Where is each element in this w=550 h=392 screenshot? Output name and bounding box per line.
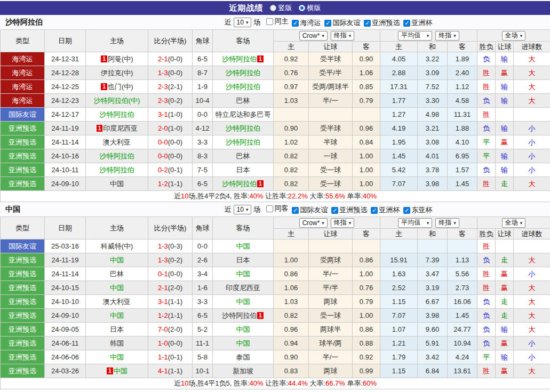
halftime-score: (1-1)	[168, 367, 182, 375]
checkbox-unchecked-icon[interactable]	[266, 18, 273, 25]
checkbox-unchecked-icon[interactable]	[266, 205, 273, 212]
home-team-name: 澳大利亚	[103, 298, 131, 306]
chevron-down-icon: ▾	[520, 33, 523, 38]
home-team-cell: 1也门(中)	[86, 80, 148, 94]
checkbox-checked-icon[interactable]: ✓	[371, 207, 378, 214]
filter-checkbox[interactable]: 同客	[266, 204, 288, 213]
match-count-select[interactable]: 10▾	[234, 205, 252, 214]
handicap-line: 半球	[309, 135, 353, 149]
odds-time-select[interactable]: 终指▾	[331, 218, 355, 228]
score-cell: 1-3(0-0)	[148, 66, 193, 80]
competition-type-badge: 海湾运	[1, 52, 45, 66]
chevron-down-icon: ▾	[246, 20, 249, 25]
match-count-select[interactable]: 10▾	[234, 18, 252, 27]
home-team-name: 沙特阿拉伯(中)	[94, 97, 140, 105]
handicap-line: 一球	[309, 149, 353, 163]
filter-checkbox[interactable]: ✓亚洲杯	[371, 205, 400, 215]
avg-source-select[interactable]: 平均值 ▾	[398, 218, 432, 228]
result-goals: 大	[514, 94, 550, 108]
avg-time-select[interactable]: 终指▾	[435, 218, 459, 228]
fulltime-score: 2-1	[158, 284, 168, 292]
result-handicap: 走	[496, 309, 514, 323]
checkbox-checked-icon[interactable]: ✓	[403, 207, 410, 214]
filter-checkbox[interactable]: ✓亚洲预选	[364, 18, 400, 28]
summary-text-part: 10	[181, 379, 188, 387]
handicap-away-odds: 0.96	[353, 122, 380, 135]
summary-text-part: 44.4%	[288, 379, 308, 387]
handicap-away-odds: 0.79	[353, 94, 380, 108]
col-header-home: 主场	[86, 217, 148, 239]
match-scope-value: 全场	[505, 31, 518, 40]
avg-time-select[interactable]: 终指▾	[435, 31, 459, 41]
away-red-card-badge: 1	[257, 180, 264, 187]
col-header-corner: 角球	[193, 217, 213, 239]
match-row: 亚洲预选 24-11-14 巴林 0-1(0-0) 3-4 中国 0.86 半/…	[1, 267, 550, 281]
checkbox-checked-icon[interactable]: ✓	[364, 20, 371, 27]
filter-checkbox[interactable]: 同主	[266, 17, 288, 26]
match-date: 24-11-19	[45, 122, 86, 135]
odds-selects-cell: Crow*▾ 终指▾	[274, 217, 380, 229]
avg-away-odds: 4.10	[448, 135, 477, 149]
filter-checkbox[interactable]: ✓海湾运	[292, 18, 321, 28]
result-goals: 小	[514, 163, 550, 177]
checkbox-checked-icon[interactable]: ✓	[292, 20, 299, 27]
fulltime-score: 2-3	[158, 83, 168, 91]
handicap-line: 球半/两	[309, 337, 353, 350]
filter-checkbox-label: 同客	[274, 204, 288, 213]
filter-checkbox[interactable]: ✓亚洲杯	[403, 18, 432, 28]
away-team-cell: 沙特阿拉伯	[213, 66, 274, 80]
handicap-home-odds: 1.02	[274, 135, 309, 149]
result-handicap: 走	[496, 295, 514, 309]
odds-time-select[interactable]: 终指▾	[331, 31, 355, 41]
handicap-home-odds: 0.83	[274, 364, 309, 378]
match-row: 亚洲预选 24-11-19 中国 1-3(0-2) 2-6 日本 1.00 受两…	[1, 253, 550, 267]
odds-company-select[interactable]: Crow*▾	[299, 31, 328, 41]
checkbox-checked-icon[interactable]: ✓	[324, 20, 331, 27]
checkbox-checked-icon[interactable]: ✓	[331, 207, 338, 214]
radio-icon[interactable]	[299, 5, 305, 11]
checkbox-checked-icon[interactable]: ✓	[403, 20, 410, 27]
match-scope-select[interactable]: 全场▾	[502, 31, 526, 41]
result-goals: 小	[514, 267, 550, 281]
home-team-cell: 中国	[86, 177, 148, 191]
home-team-cell: 韩国	[86, 337, 148, 350]
col-header-date: 日期	[45, 217, 86, 239]
avg-draw-odds: 3.19	[418, 281, 448, 295]
filter-checkbox[interactable]: ✓东亚杯	[403, 205, 432, 215]
result-goals	[514, 239, 550, 253]
filter-checkbox[interactable]: ✓国际友谊	[324, 18, 360, 28]
handicap-line: 半/一	[309, 350, 353, 364]
result-goals: 大	[514, 364, 550, 378]
filter-checkbox[interactable]: ✓亚洲预选	[331, 205, 367, 215]
filter-checkbox[interactable]: ✓国际友谊	[292, 205, 328, 215]
result-handicap: 赢	[496, 267, 514, 281]
match-scope-select[interactable]: 全场▾	[502, 218, 526, 228]
away-team-cell: 沙特阿拉伯	[213, 122, 274, 135]
match-date: 24-10-16	[45, 149, 86, 163]
corner-score: 8-3	[193, 149, 213, 163]
corner-score: 6-5	[193, 177, 213, 191]
layout-radio-horizontal[interactable]: 横版	[299, 3, 321, 13]
handicap-line: 两球	[309, 364, 353, 378]
layout-radio-vertical[interactable]: 竖版	[270, 3, 292, 13]
col-header-corner: 角球	[193, 30, 213, 52]
halftime-score: (2-1)	[168, 83, 182, 91]
chevron-down-icon: ▾	[349, 220, 352, 226]
away-team-cell: 中国	[213, 239, 274, 253]
corner-score: 1-6	[193, 281, 213, 295]
odds-company-select[interactable]: Crow*▾	[299, 218, 328, 228]
match-row: 海湾运 24-12-25 1也门(中) 2-3(2-1) 1-9 沙特阿拉伯 0…	[1, 80, 550, 94]
score-cell: 1-0(0-0)	[148, 337, 193, 350]
checkbox-checked-icon[interactable]: ✓	[292, 207, 299, 214]
handicap-away-odds: 1.00	[353, 309, 380, 323]
avg-source-select[interactable]: 平均值 ▾	[398, 31, 432, 41]
radio-icon[interactable]	[270, 5, 276, 11]
home-team-name: 中国	[110, 311, 124, 319]
handicap-home-odds: 1.03	[274, 94, 309, 108]
home-team-name: 伊拉克(中)	[101, 69, 133, 77]
competition-type-badge: 亚洲预选	[1, 309, 45, 323]
away-team-cell: 泰国	[213, 350, 274, 364]
halftime-score: (0-3)	[168, 242, 182, 250]
match-date: 24-09-10	[45, 177, 86, 191]
col-header-away: 客场	[213, 30, 274, 52]
